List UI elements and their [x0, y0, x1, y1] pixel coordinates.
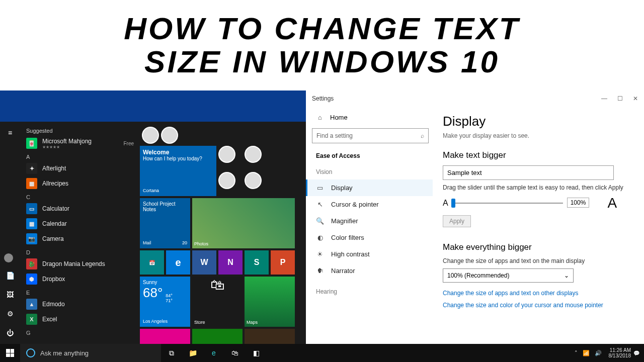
maximize-button[interactable]: ☐	[617, 95, 623, 102]
nav-item-display[interactable]: ▭Display	[306, 179, 433, 196]
word-tile[interactable]: W	[192, 250, 216, 275]
store-tile[interactable]: 🛍 Store	[192, 277, 243, 327]
page-title: Display	[443, 114, 634, 129]
task-view-icon[interactable]: ⧉	[161, 344, 182, 362]
text-size-slider[interactable]	[452, 203, 563, 204]
nav-item-cursor-pointer[interactable]: ↖Cursor & pointer	[312, 196, 433, 213]
app-item[interactable]: ▦Calendar	[20, 216, 140, 231]
minecraft-tile[interactable]: MINECRAFT	[245, 329, 295, 344]
scale-help: Change the size of apps and text on the …	[443, 257, 634, 264]
nav-label: Magnifier	[331, 217, 358, 225]
title-banner: HOW TO CHANGE TEXT SIZE IN WINDOWS 10	[0, 0, 644, 90]
app-item[interactable]: 📷Camera	[20, 231, 140, 246]
app-item[interactable]: ▭Calculator	[20, 201, 140, 216]
powerpoint-tile[interactable]: P	[271, 250, 295, 275]
pinned-app-icon[interactable]: ◧	[246, 344, 267, 362]
nav-icon: 🗣	[316, 267, 324, 275]
onenote-tile[interactable]: N	[218, 250, 243, 275]
xbox-tile[interactable]: 🎮	[192, 329, 243, 344]
explorer-icon[interactable]: 📁	[182, 344, 203, 362]
app-icon: ▦	[26, 218, 37, 229]
nav-label: Display	[331, 184, 353, 192]
edge-tile[interactable]: e	[166, 250, 190, 275]
contact-avatar[interactable]	[245, 146, 262, 163]
nav-item-narrator[interactable]: 🗣Narrator	[312, 262, 433, 279]
nav-label: Narrator	[331, 267, 355, 275]
app-label: Afterlight	[42, 165, 66, 172]
scale-dropdown[interactable]: 100% (Recommended) ⌄	[443, 268, 574, 283]
action-center-icon[interactable]: 💬	[633, 350, 640, 356]
suggested-tag: Free	[123, 141, 134, 146]
system-tray[interactable]: ˄ 📶 🔊	[575, 350, 602, 356]
power-icon[interactable]: ⏻	[4, 327, 16, 339]
app-item[interactable]: 🐉Dragon Mania Legends	[20, 256, 140, 272]
contact-avatar[interactable]	[218, 146, 235, 163]
nav-item-high-contrast[interactable]: ☀High contrast	[312, 246, 433, 262]
search-placeholder: Find a setting	[316, 132, 353, 139]
app-label: Dragon Mania Legends	[42, 260, 105, 267]
app-item[interactable]: ▦Allrecipes	[20, 176, 140, 191]
vision-label: Vision	[312, 166, 433, 179]
calendar-tile[interactable]: 📅	[140, 250, 164, 275]
nav-item-magnifier[interactable]: 🔍Magnifier	[312, 213, 433, 229]
taskbar-search[interactable]: Ask me anything	[20, 344, 161, 362]
home-icon: ⌂	[316, 114, 324, 121]
sample-text-box: Sample text	[443, 165, 614, 180]
store-taskbar-icon[interactable]: 🛍	[224, 344, 246, 362]
contact-avatar[interactable]	[142, 127, 159, 144]
mail-tile[interactable]: School Project Notes Mail 20	[140, 198, 190, 248]
minimize-button[interactable]: —	[601, 95, 607, 102]
nav-item-color-filters[interactable]: ◐Color filters	[312, 229, 433, 246]
settings-search[interactable]: Find a setting ⌕	[312, 128, 429, 143]
volume-icon[interactable]: 🔊	[595, 350, 602, 356]
app-item[interactable]: ✦Afterlight	[20, 161, 140, 176]
settings-window: Settings — ☐ ✕ ⌂ Home Find a setting ⌕ E…	[306, 90, 644, 344]
suggested-app[interactable]: 🀄 Microsoft Mahjong ★★★★★ Free	[20, 136, 140, 151]
contact-avatar[interactable]	[245, 172, 262, 189]
app-item[interactable]: XExcel	[20, 312, 140, 327]
app-icon: 🐉	[26, 258, 37, 269]
weather-tile[interactable]: Sunny 68° 84°71° Los Angeles	[140, 277, 190, 327]
slider-help: Drag the slider until the sample text is…	[443, 184, 634, 191]
app-icon: X	[26, 314, 37, 325]
scale-value: 100% (Recommended)	[447, 272, 509, 279]
documents-icon[interactable]: 📄	[4, 269, 16, 282]
settings-content: Display Make your display easier to see.…	[433, 107, 644, 344]
sway-tile[interactable]: S	[245, 250, 269, 275]
app-item[interactable]: ▲Edmodo	[20, 297, 140, 312]
picsart-tile[interactable]: P	[140, 329, 190, 344]
link-cursor-size[interactable]: Change the size and color of your cursor…	[443, 302, 634, 309]
banner-line1: HOW TO CHANGE TEXT	[124, 11, 520, 46]
banner-line2: SIZE IN WINDOWS 10	[144, 44, 500, 79]
app-item[interactable]: ⬢Dropbox	[20, 272, 140, 287]
letter-header[interactable]: A	[20, 151, 140, 161]
slider-thumb[interactable]	[451, 199, 455, 208]
letter-header[interactable]: G	[20, 327, 140, 337]
letter-header[interactable]: C	[20, 191, 140, 201]
search-icon: ⌕	[421, 132, 424, 139]
pictures-icon[interactable]: 🖼	[4, 289, 16, 301]
hamburger-icon[interactable]: ≡	[4, 127, 16, 139]
slider-max-label: A	[607, 195, 617, 211]
letter-header[interactable]: D	[20, 246, 140, 256]
contact-avatar[interactable]	[218, 172, 235, 189]
nav-label: Color filters	[331, 234, 364, 241]
apply-button[interactable]: Apply	[443, 215, 471, 227]
start-button[interactable]	[0, 349, 20, 357]
nav-group-head: Ease of Access	[312, 149, 433, 166]
letter-header[interactable]: E	[20, 287, 140, 297]
app-icon: ▭	[26, 203, 37, 214]
edge-taskbar-icon[interactable]: e	[203, 344, 224, 362]
settings-gear-icon[interactable]: ⚙	[4, 308, 16, 320]
cortana-tile[interactable]: Welcome How can I help you today? Cortan…	[140, 146, 216, 196]
clock[interactable]: 11:26 AM 8/13/2018	[609, 347, 631, 358]
tray-chevron-icon[interactable]: ˄	[575, 350, 578, 356]
link-other-displays[interactable]: Change the size of apps and text on othe…	[443, 290, 634, 297]
nav-home[interactable]: ⌂ Home	[312, 111, 433, 124]
network-icon[interactable]: 📶	[583, 350, 590, 356]
user-avatar-icon[interactable]	[4, 253, 13, 262]
close-button[interactable]: ✕	[633, 95, 638, 102]
photos-tile[interactable]: Photos	[192, 198, 295, 248]
maps-tile[interactable]: Maps	[245, 277, 295, 327]
contact-avatar[interactable]	[161, 127, 178, 144]
